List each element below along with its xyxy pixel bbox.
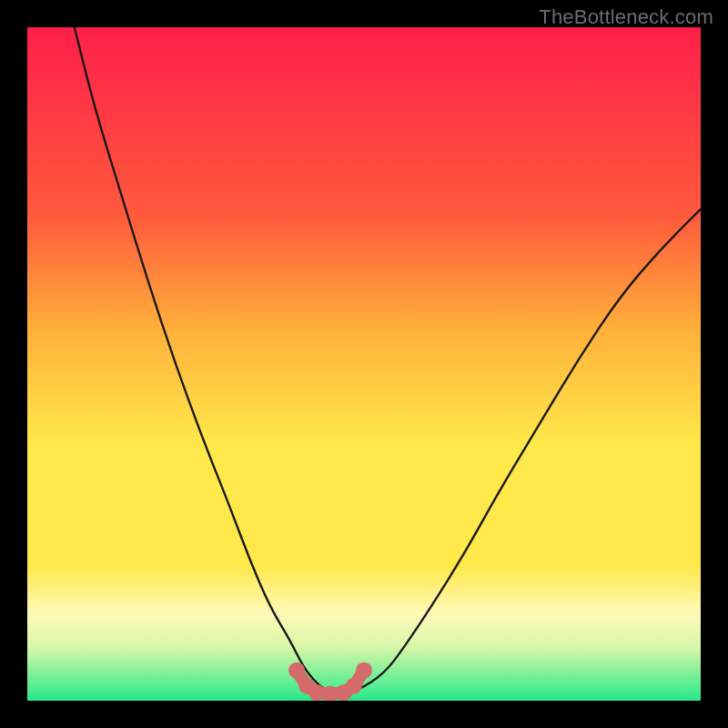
minimum-marker	[288, 662, 305, 679]
minimum-marker	[346, 678, 362, 694]
minimum-marker	[356, 662, 372, 679]
plot-area	[27, 27, 701, 701]
bottleneck-chart	[27, 27, 701, 701]
chart-frame: TheBottleneck.com	[0, 0, 728, 728]
watermark-text: TheBottleneck.com	[539, 5, 713, 29]
gradient-background	[27, 27, 701, 701]
